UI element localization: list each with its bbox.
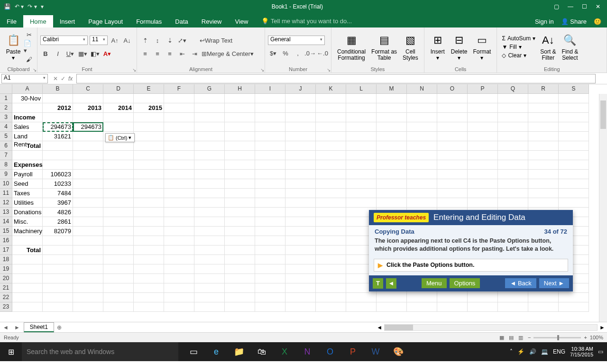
cell[interactable] xyxy=(255,208,285,217)
font-size-combo[interactable]: 11 xyxy=(90,36,108,45)
cell[interactable] xyxy=(377,151,407,160)
cell[interactable] xyxy=(255,113,285,122)
row-header[interactable]: 11 xyxy=(0,189,12,198)
cell[interactable] xyxy=(134,246,164,255)
paste-button[interactable]: 📋 Paste▾ xyxy=(3,28,24,65)
cell[interactable] xyxy=(73,132,103,141)
cell[interactable] xyxy=(103,283,134,293)
cell[interactable] xyxy=(73,94,103,103)
cell[interactable] xyxy=(346,132,377,141)
cell[interactable] xyxy=(43,302,73,312)
cell[interactable] xyxy=(285,103,316,113)
fill-button[interactable]: ▼ Fill ▾ xyxy=(502,44,535,50)
decrease-decimal-icon[interactable]: ←.0 xyxy=(317,48,328,58)
cell[interactable] xyxy=(134,122,164,132)
increase-decimal-icon[interactable]: .0→ xyxy=(305,48,315,58)
format-as-table-button[interactable]: ▤Format as Table xyxy=(368,28,400,65)
clipboard-launcher-icon[interactable]: ↘ xyxy=(33,67,37,73)
cell[interactable] xyxy=(377,198,407,208)
cell[interactable] xyxy=(194,132,225,141)
cell[interactable] xyxy=(194,122,225,132)
cell[interactable] xyxy=(346,189,377,198)
cell[interactable] xyxy=(528,293,559,302)
column-header[interactable]: Q xyxy=(498,84,528,94)
cell[interactable] xyxy=(498,151,528,160)
cell[interactable] xyxy=(73,189,103,198)
cell[interactable] xyxy=(407,122,437,132)
row-header[interactable]: 15 xyxy=(0,227,12,236)
tab-insert[interactable]: Insert xyxy=(53,15,82,27)
cell[interactable] xyxy=(316,179,346,189)
tab-review[interactable]: Review xyxy=(195,15,229,27)
row-header[interactable]: 3 xyxy=(0,113,12,122)
tab-data[interactable]: Data xyxy=(168,15,194,27)
cell[interactable] xyxy=(43,151,73,160)
cell[interactable] xyxy=(437,160,468,170)
cell[interactable]: 2015 xyxy=(134,103,164,113)
cell[interactable] xyxy=(316,94,346,103)
insert-cells-button[interactable]: ⊞Insert▾ xyxy=(427,28,448,65)
cell[interactable] xyxy=(316,198,346,208)
name-box[interactable]: A1 xyxy=(1,74,48,83)
cell[interactable] xyxy=(73,208,103,217)
column-header[interactable]: E xyxy=(134,84,164,94)
cell[interactable] xyxy=(255,302,285,312)
cell[interactable] xyxy=(164,274,194,283)
cell[interactable]: Taxes xyxy=(12,189,43,198)
cell[interactable] xyxy=(255,255,285,264)
cell[interactable] xyxy=(407,170,437,179)
cell[interactable] xyxy=(73,274,103,283)
row-header[interactable]: 5 xyxy=(0,132,12,141)
cell[interactable]: 30-Nov xyxy=(12,94,43,103)
cell[interactable] xyxy=(73,264,103,274)
cell[interactable] xyxy=(285,170,316,179)
cell[interactable] xyxy=(316,103,346,113)
cell[interactable] xyxy=(316,264,346,274)
cell[interactable] xyxy=(346,113,377,122)
column-header[interactable]: F xyxy=(164,84,194,94)
cell[interactable] xyxy=(225,246,255,255)
cell[interactable]: 2014 xyxy=(103,103,134,113)
cell[interactable] xyxy=(12,274,43,283)
cell[interactable] xyxy=(498,103,528,113)
cell[interactable] xyxy=(103,264,134,274)
cell[interactable] xyxy=(559,160,589,170)
border-button[interactable]: ▦▾ xyxy=(77,48,88,59)
cell[interactable] xyxy=(528,141,559,151)
cell[interactable] xyxy=(134,293,164,302)
cell[interactable] xyxy=(498,122,528,132)
cell[interactable] xyxy=(225,141,255,151)
store-icon[interactable]: 🛍 xyxy=(250,342,273,361)
cell[interactable] xyxy=(528,160,559,170)
horizontal-scrollbar[interactable] xyxy=(384,324,598,331)
cell[interactable] xyxy=(12,236,43,246)
view-normal-icon[interactable]: ▦ xyxy=(499,335,504,341)
cell[interactable] xyxy=(407,198,437,208)
cell[interactable]: Income xyxy=(12,113,43,122)
cell[interactable] xyxy=(225,264,255,274)
edge-icon[interactable]: e xyxy=(205,342,228,361)
column-header[interactable]: A xyxy=(12,84,43,94)
cell[interactable] xyxy=(164,198,194,208)
orientation-icon[interactable]: ⤢▾ xyxy=(177,35,187,46)
cell[interactable] xyxy=(285,217,316,227)
cell[interactable]: Total xyxy=(12,141,43,151)
cell[interactable] xyxy=(437,302,468,312)
cell[interactable] xyxy=(103,179,134,189)
cell[interactable] xyxy=(103,293,134,302)
row-header[interactable]: 1 xyxy=(0,94,12,103)
cell[interactable] xyxy=(559,141,589,151)
wrap-text-button[interactable]: ↩ Wrap Text xyxy=(200,35,232,46)
cell[interactable] xyxy=(316,217,346,227)
cell[interactable]: 2013 xyxy=(73,103,103,113)
column-header[interactable]: O xyxy=(437,84,468,94)
cell[interactable] xyxy=(285,293,316,302)
tab-file[interactable]: File xyxy=(0,15,23,27)
cell[interactable] xyxy=(559,132,589,141)
cell[interactable] xyxy=(255,179,285,189)
cell[interactable] xyxy=(103,217,134,227)
word-icon[interactable]: W xyxy=(364,342,387,361)
tab-home[interactable]: Home xyxy=(23,15,53,27)
cell[interactable] xyxy=(255,264,285,274)
tutorial-next-button[interactable]: Next ► xyxy=(539,278,569,288)
